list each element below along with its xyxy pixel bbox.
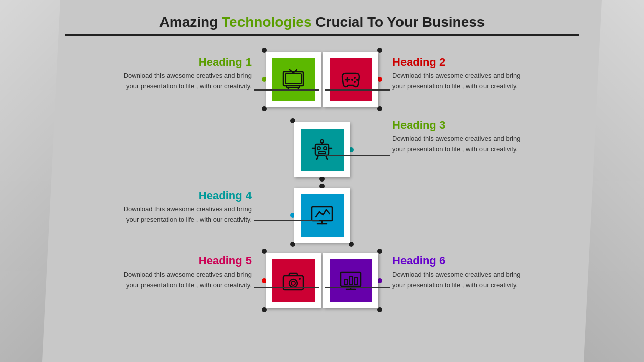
icon-camera	[272, 259, 315, 302]
icon-gamepad	[330, 58, 372, 101]
icon-monitor	[301, 194, 344, 237]
svg-point-29	[299, 278, 301, 280]
heading-2-body: Download this awesome creatives and brin…	[392, 71, 523, 92]
svg-rect-16	[318, 152, 326, 154]
heading-6-title: Heading 6	[392, 254, 523, 267]
connector-h5	[254, 287, 319, 288]
heading-5-body: Download this awesome creatives and brin…	[121, 269, 252, 291]
svg-point-14	[317, 147, 320, 150]
icon-frame-chart	[323, 253, 378, 308]
slide: Amazing Technologies Crucial To Your Bus…	[35, 0, 609, 362]
main-title: Amazing Technologies Crucial To Your Bus…	[35, 14, 609, 30]
svg-rect-35	[354, 278, 357, 284]
icon-tv	[272, 58, 315, 101]
heading-1-block: Heading 1 Download this awesome creative…	[121, 56, 252, 92]
content-area: Heading 1 Download this awesome creative…	[35, 41, 609, 332]
heading-2-title: Heading 2	[392, 56, 523, 69]
svg-rect-33	[344, 279, 347, 284]
svg-point-9	[354, 77, 356, 79]
heading-6-block: Heading 6 Download this awesome creative…	[392, 254, 523, 291]
icon-frame-monitor	[294, 188, 350, 243]
connector-h4	[254, 220, 319, 221]
svg-rect-34	[349, 276, 352, 284]
title-underline	[65, 34, 579, 36]
connector-h6	[325, 287, 390, 288]
connector-h2	[325, 89, 390, 90]
heading-1-title: Heading 1	[121, 56, 252, 69]
heading-3-body: Download this awesome creatives and brin…	[392, 134, 523, 155]
heading-4-title: Heading 4	[121, 189, 252, 202]
title-highlight: Technologies	[222, 14, 311, 30]
heading-4-body: Download this awesome creatives and brin…	[121, 204, 252, 225]
svg-point-10	[356, 79, 358, 81]
svg-point-27	[289, 279, 297, 287]
icon-row-4	[265, 252, 379, 309]
icon-frame-gamepad	[323, 52, 378, 107]
heading-3-title: Heading 3	[392, 119, 523, 132]
svg-rect-1	[287, 86, 300, 88]
svg-point-12	[354, 81, 356, 83]
icon-frame-camera	[266, 253, 321, 308]
heading-3-block: Heading 3 Download this awesome creative…	[392, 119, 523, 155]
title-prefix: Amazing	[159, 14, 222, 30]
svg-rect-4	[285, 74, 301, 84]
svg-point-11	[351, 79, 353, 81]
icon-chart	[330, 259, 372, 302]
icon-frame-robot	[294, 122, 350, 177]
svg-point-28	[291, 281, 295, 285]
icon-row-3	[293, 187, 351, 244]
svg-point-18	[320, 140, 324, 143]
heading-2-block: Heading 2 Download this awesome creative…	[392, 56, 523, 92]
title-suffix: Crucial To Your Business	[311, 14, 485, 30]
icon-row-2	[293, 121, 351, 178]
heading-5-title: Heading 5	[121, 254, 252, 267]
connector-h1	[254, 89, 319, 90]
icon-frame-tv	[266, 52, 321, 107]
heading-6-body: Download this awesome creatives and brin…	[392, 269, 523, 291]
heading-1-body: Download this awesome creatives and brin…	[121, 71, 252, 92]
icon-row-1	[265, 51, 379, 108]
title-area: Amazing Technologies Crucial To Your Bus…	[35, 0, 609, 36]
svg-point-15	[324, 147, 327, 150]
heading-4-block: Heading 4 Download this awesome creative…	[121, 189, 252, 225]
connector-h3	[325, 155, 390, 156]
heading-5-block: Heading 5 Download this awesome creative…	[121, 254, 252, 291]
icon-robot	[301, 129, 344, 171]
